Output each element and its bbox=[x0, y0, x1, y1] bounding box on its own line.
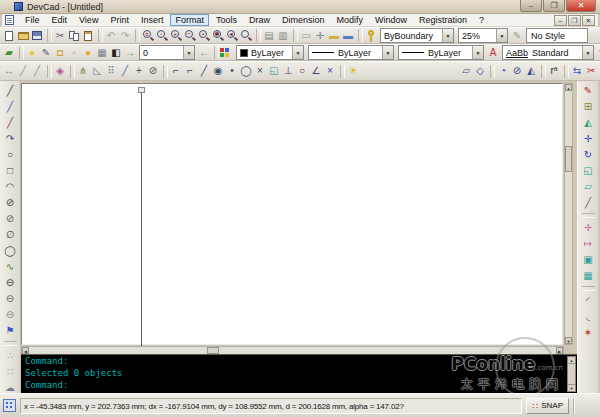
chevron-down-icon[interactable]: ▼ bbox=[442, 29, 453, 42]
layout-top-icon[interactable]: ▬ bbox=[327, 29, 341, 43]
fillet-icon[interactable]: ◜ bbox=[580, 293, 596, 309]
mdi-minimize-icon[interactable]: – bbox=[554, 15, 567, 26]
draw-rectangle-icon[interactable]: □ bbox=[2, 163, 18, 179]
linetype-combo[interactable]: ByLayer ▼ bbox=[308, 45, 394, 60]
polygon-select-icon[interactable]: ◇ bbox=[473, 64, 487, 78]
dim-edit-icon[interactable]: ✂ bbox=[584, 64, 598, 78]
zoom-extents-icon[interactable] bbox=[211, 29, 225, 43]
zoom-all-icon[interactable] bbox=[197, 29, 211, 43]
layer-freeze-icon[interactable]: ▫ bbox=[67, 46, 81, 60]
zoom-in-icon[interactable] bbox=[169, 29, 183, 43]
copy-object-icon[interactable]: ⊞ bbox=[580, 99, 596, 115]
draw-ellipse-axis-icon[interactable]: ⊖ bbox=[2, 291, 18, 307]
undo-icon[interactable]: ↶ bbox=[104, 29, 118, 43]
extend-icon[interactable]: ↦ bbox=[580, 236, 596, 252]
line-grip[interactable] bbox=[138, 87, 145, 93]
save-icon[interactable] bbox=[30, 29, 44, 43]
osnap-insertion-icon[interactable]: ◱ bbox=[267, 64, 281, 78]
style-edit-icon[interactable]: ✎ bbox=[596, 46, 600, 60]
zoom-previous-icon[interactable] bbox=[225, 29, 239, 43]
zoom-out-icon[interactable] bbox=[183, 29, 197, 43]
osnap-tangent-icon[interactable]: ○ bbox=[295, 64, 309, 78]
title-bar[interactable]: DevCad - [Untitled] – ❐ ✕ bbox=[0, 0, 600, 14]
edit-vertex-icon[interactable]: ╱ bbox=[30, 64, 44, 78]
boundary-combo[interactable]: ByBoundary ▼ bbox=[380, 28, 454, 43]
rotate-view-icon[interactable]: ◔ bbox=[496, 64, 510, 78]
divide-points-icon[interactable]: ∷ bbox=[2, 364, 18, 380]
style-picker-icon[interactable]: ✎ bbox=[510, 29, 524, 43]
palette-icon[interactable] bbox=[220, 46, 234, 60]
osnap-settings-icon[interactable]: ☀ bbox=[346, 64, 360, 78]
erase-icon[interactable]: ✎ bbox=[580, 83, 596, 99]
layer-plot-icon[interactable]: ▦ bbox=[95, 46, 109, 60]
grid-snap-icon[interactable] bbox=[3, 399, 16, 412]
menu-item-format[interactable]: Format bbox=[170, 14, 209, 26]
scroll-down-icon[interactable]: ▼ bbox=[568, 384, 575, 391]
layer-bw-icon[interactable]: ◧ bbox=[109, 46, 123, 60]
array-icon[interactable]: ▦ bbox=[580, 268, 596, 284]
chevron-down-icon[interactable]: ▼ bbox=[496, 29, 507, 42]
chevron-down-icon[interactable]: ▼ bbox=[292, 46, 303, 59]
snap-button[interactable]: ∷ SNAP bbox=[526, 398, 569, 414]
chevron-down-icon[interactable]: ▼ bbox=[472, 46, 483, 59]
scroll-down-icon[interactable]: ▼ bbox=[565, 337, 572, 344]
drawn-vertical-line[interactable] bbox=[141, 87, 142, 347]
key-icon[interactable] bbox=[364, 29, 378, 43]
command-scrollbar[interactable]: ▲ ▼ bbox=[567, 356, 576, 392]
stretch-icon[interactable]: ↔ bbox=[2, 64, 16, 78]
osnap-none-icon[interactable]: × bbox=[323, 64, 337, 78]
osnap-midpoint-icon[interactable]: ⌐ bbox=[183, 64, 197, 78]
snap-ruler-icon[interactable]: ◺ bbox=[90, 64, 104, 78]
edit-line-icon[interactable]: ╱ bbox=[16, 64, 30, 78]
zoom-window-icon[interactable] bbox=[155, 29, 169, 43]
snap-off-icon[interactable]: ⊘ bbox=[146, 64, 160, 78]
draw-segment-icon[interactable]: ╱ bbox=[2, 99, 18, 115]
layers-manager-icon[interactable]: ▰ bbox=[2, 46, 16, 60]
layout-bottom-icon[interactable]: ▬ bbox=[341, 29, 355, 43]
layer-on-icon[interactable]: ● bbox=[25, 46, 39, 60]
snap-marker-icon[interactable]: ◈ bbox=[53, 64, 67, 78]
scroll-right-icon[interactable]: ▶ bbox=[556, 347, 563, 354]
layer-combo[interactable]: 0 ▼ bbox=[139, 45, 195, 60]
rotate-icon[interactable]: ↻ bbox=[580, 147, 596, 163]
draw-ellipse-icon[interactable]: ⊖ bbox=[2, 275, 18, 291]
osnap-intersection-icon[interactable]: × bbox=[253, 64, 267, 78]
offset-icon[interactable]: ▣ bbox=[580, 252, 596, 268]
chevron-down-icon[interactable]: ▼ bbox=[382, 46, 393, 59]
draw-circle-large-icon[interactable]: ◯ bbox=[2, 243, 18, 259]
menu-item-file[interactable]: File bbox=[20, 14, 45, 26]
draw-arc-icon[interactable]: ◠ bbox=[2, 179, 18, 195]
osnap-angle-icon[interactable]: ∠ bbox=[309, 64, 323, 78]
layer-color-icon[interactable]: ● bbox=[81, 46, 95, 60]
cursor-cross-icon[interactable]: + bbox=[132, 64, 146, 78]
chamfer-icon[interactable]: ◟ bbox=[580, 309, 596, 325]
print-icon[interactable]: ▤ bbox=[262, 29, 276, 43]
horizontal-scroll-thumb[interactable] bbox=[207, 347, 219, 354]
break-icon[interactable]: ╱ bbox=[580, 195, 596, 211]
canvas-vertical-scrollbar[interactable]: ▲ ▼ bbox=[564, 83, 573, 345]
menu-item-modify[interactable]: Modify bbox=[332, 14, 369, 26]
draw-line-icon[interactable]: ╱ bbox=[2, 83, 18, 99]
osnap-endpoint-icon[interactable]: ⌐ bbox=[169, 64, 183, 78]
scroll-up-icon[interactable]: ▲ bbox=[568, 357, 575, 364]
draw-ellipse-arc-icon[interactable]: ⊖ bbox=[2, 307, 18, 323]
layer-edit-icon[interactable]: ✎ bbox=[39, 46, 53, 60]
osnap-nearest-icon[interactable]: ╱ bbox=[197, 64, 211, 78]
insert-image-icon[interactable]: ⚑ bbox=[2, 323, 18, 339]
draw-points-icon[interactable]: ∴ bbox=[2, 348, 18, 364]
osnap-quadrant-icon[interactable]: ◯ bbox=[239, 64, 253, 78]
move-icon[interactable]: ✛ bbox=[580, 131, 596, 147]
menu-item-edit[interactable]: Edit bbox=[47, 14, 73, 26]
page-setup-icon[interactable]: ▭ bbox=[299, 29, 313, 43]
grid-icon[interactable]: ⠿ bbox=[104, 64, 118, 78]
mirror-icon[interactable]: ◭ bbox=[580, 115, 596, 131]
scroll-left-icon[interactable]: ◀ bbox=[22, 347, 29, 354]
menu-item-draw[interactable]: Draw bbox=[244, 14, 275, 26]
osnap-center-icon[interactable]: ◉ bbox=[211, 64, 225, 78]
menu-item-registration[interactable]: Registration bbox=[414, 14, 472, 26]
draw-ray-icon[interactable]: ╱ bbox=[2, 115, 18, 131]
textstyle-combo[interactable]: AaBb Standard ▼ bbox=[502, 45, 594, 60]
shear-icon[interactable]: ▱ bbox=[580, 179, 596, 195]
draw-circle-ttr-icon[interactable]: ∅ bbox=[2, 227, 18, 243]
draw-spline-icon[interactable]: ∿ bbox=[2, 259, 18, 275]
